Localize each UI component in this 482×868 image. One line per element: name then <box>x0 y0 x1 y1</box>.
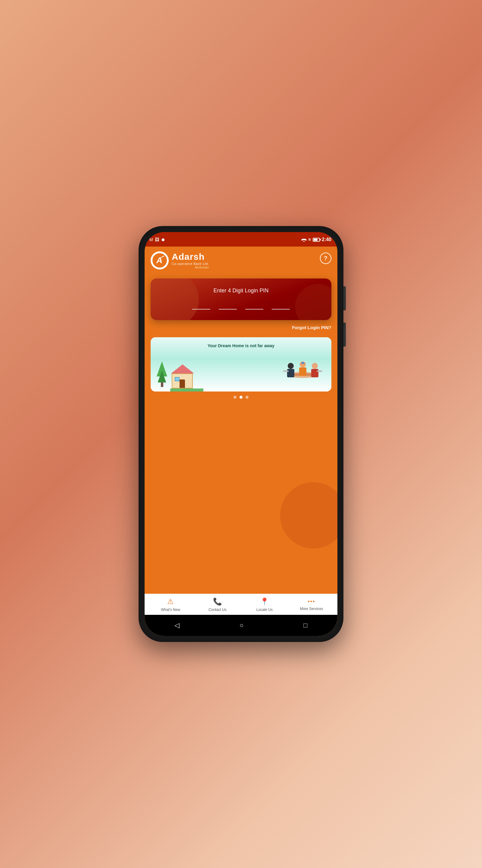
nav-item-locate-us[interactable]: 📍 Locate Us <box>252 597 277 612</box>
pin-card: Enter 4 Digit Login PIN <box>151 278 331 320</box>
signal-icon: R <box>309 238 311 241</box>
banner-text: Your Dream Home is not far away <box>207 343 275 348</box>
banner-indicators <box>233 396 249 399</box>
status-bar: M 🖼 ⏺ R 2:40 <box>144 232 338 247</box>
home-button[interactable]: ○ <box>239 621 244 629</box>
status-left-icons: M 🖼 ⏺ <box>150 237 165 242</box>
people-illustration <box>279 352 327 385</box>
bottom-nav: ⚠ What's New 📞 Contact Us 📍 Locate Us ••… <box>144 594 338 615</box>
locate-label: Locate Us <box>256 608 272 612</box>
contact-label: Contact Us <box>208 608 226 612</box>
promo-banner: Your Dream Home is not far away <box>151 337 331 392</box>
logo-area: A Adarsh Co-operative Bank Ltd. Multista… <box>151 251 209 270</box>
banner-content: Your Dream Home is not far away <box>151 337 331 392</box>
svg-rect-8 <box>299 367 307 376</box>
house-illustration <box>157 361 193 389</box>
pin-field-3[interactable] <box>245 302 263 310</box>
wifi-icon <box>301 238 307 242</box>
logo-circle: A <box>151 251 169 270</box>
battery-icon <box>313 238 320 242</box>
whats-new-icon: ⚠ <box>167 597 174 606</box>
indicator-dot-2[interactable] <box>239 396 243 399</box>
more-label: More Services <box>300 607 323 611</box>
nav-item-more-services[interactable]: ••• More Services <box>299 598 324 611</box>
pin-input-area[interactable] <box>192 302 290 310</box>
pin-field-1[interactable] <box>192 302 210 310</box>
screen: M 🖼 ⏺ R 2:40 <box>144 232 338 636</box>
back-button[interactable]: ◁ <box>174 621 180 629</box>
nav-item-whats-new[interactable]: ⚠ What's New <box>158 597 183 612</box>
nav-item-contact-us[interactable]: 📞 Contact Us <box>205 597 230 612</box>
svg-point-0 <box>303 241 304 242</box>
indicator-dot-3[interactable] <box>246 396 249 399</box>
forgot-pin-link[interactable]: Forgot Login PIN? <box>292 325 331 330</box>
time-display: 2:40 <box>322 237 331 242</box>
android-nav: ◁ ○ □ <box>144 615 338 636</box>
svg-rect-6 <box>287 369 294 377</box>
app-header: A Adarsh Co-operative Bank Ltd. Multista… <box>144 247 338 273</box>
main-content: Enter 4 Digit Login PIN Forgot Login PIN… <box>144 273 338 594</box>
contact-icon: 📞 <box>213 597 222 606</box>
svg-point-5 <box>288 363 294 369</box>
image-icon: 🖼 <box>155 237 159 242</box>
pin-field-4[interactable] <box>272 302 290 310</box>
help-button[interactable]: ? <box>320 253 331 264</box>
tree-icon <box>157 361 167 387</box>
app-multistate: Multistate <box>172 266 209 269</box>
pin-field-2[interactable] <box>219 302 237 310</box>
app-name: Adarsh <box>172 252 209 262</box>
recent-button[interactable]: □ <box>303 621 307 629</box>
indicator-dot-1[interactable] <box>233 396 236 399</box>
more-icon: ••• <box>308 598 315 605</box>
logo-text-area: Adarsh Co-operative Bank Ltd. Multistate <box>172 252 209 269</box>
house-icon <box>172 373 193 389</box>
svg-rect-12 <box>317 370 322 372</box>
status-right-icons: R 2:40 <box>301 237 331 242</box>
gmail-icon: M <box>150 237 153 242</box>
app-tagline: Co-operative Bank Ltd. <box>172 262 209 266</box>
record-icon: ⏺ <box>161 237 165 242</box>
svg-rect-11 <box>283 370 289 372</box>
bg-decoration <box>280 482 338 549</box>
phone-device: M 🖼 ⏺ R 2:40 <box>138 226 344 642</box>
whats-new-label: What's New <box>161 608 180 612</box>
svg-rect-10 <box>311 369 318 377</box>
locate-icon: 📍 <box>260 597 269 606</box>
svg-point-9 <box>312 363 318 369</box>
pin-label: Enter 4 Digit Login PIN <box>213 287 268 294</box>
